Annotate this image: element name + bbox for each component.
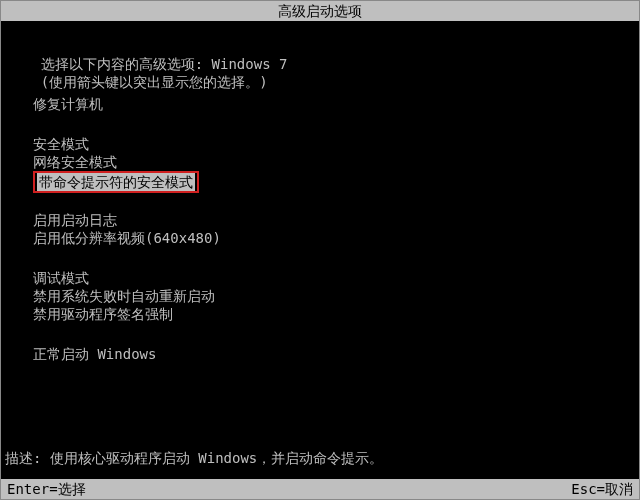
menu-item[interactable]: 启用启动日志 <box>5 211 635 229</box>
footer-enter: Enter=选择 <box>7 479 86 499</box>
menu-item[interactable]: 修复计算机 <box>5 95 635 113</box>
prompt-line: 选择以下内容的高级选项: Windows 7 <box>5 37 635 55</box>
menu-item[interactable]: 网络安全模式 <box>5 153 635 171</box>
title-bar: 高级启动选项 <box>1 1 639 21</box>
menu-item-label: 调试模式 <box>33 270 89 286</box>
menu-item[interactable]: 启用低分辨率视频(640x480) <box>5 229 635 247</box>
hint-text: (使用箭头键以突出显示您的选择。) <box>41 74 268 90</box>
footer-esc: Esc=取消 <box>571 479 633 499</box>
menu-item-label: 安全模式 <box>33 136 89 152</box>
menu-item[interactable]: 调试模式 <box>5 269 635 287</box>
menu-item[interactable]: 安全模式 <box>5 135 635 153</box>
highlight-box: 带命令提示符的安全模式 <box>33 171 199 193</box>
content-area: 选择以下内容的高级选项: Windows 7 (使用箭头键以突出显示您的选择。)… <box>1 21 639 363</box>
menu-item-label: 启用低分辨率视频(640x480) <box>33 230 221 246</box>
menu-item-label: 正常启动 Windows <box>33 346 156 362</box>
menu-item-label: 修复计算机 <box>33 96 103 112</box>
menu-item[interactable]: 禁用驱动程序签名强制 <box>5 305 635 323</box>
menu-item-label: 禁用系统失败时自动重新启动 <box>33 288 215 304</box>
description-line: 描述: 使用核心驱动程序启动 Windows，并启动命令提示。 <box>5 449 383 467</box>
menu-item[interactable]: 带命令提示符的安全模式 <box>5 171 635 189</box>
os-name: Windows 7 <box>212 56 288 72</box>
menu-item[interactable]: 正常启动 Windows <box>5 345 635 363</box>
footer-bar: Enter=选择 Esc=取消 <box>1 479 639 499</box>
menu-item-label: 网络安全模式 <box>33 154 117 170</box>
description-label: 描述: <box>5 450 50 466</box>
menu-item-label: 启用启动日志 <box>33 212 117 228</box>
description-text: 使用核心驱动程序启动 Windows，并启动命令提示。 <box>50 450 383 466</box>
title-text: 高级启动选项 <box>278 3 362 19</box>
menu-item-label: 带命令提示符的安全模式 <box>37 173 195 191</box>
prompt-prefix: 选择以下内容的高级选项: <box>41 56 212 72</box>
boot-options-menu: 修复计算机安全模式网络安全模式带命令提示符的安全模式启用启动日志启用低分辨率视频… <box>5 73 635 363</box>
menu-item[interactable]: 禁用系统失败时自动重新启动 <box>5 287 635 305</box>
menu-item-label: 禁用驱动程序签名强制 <box>33 306 173 322</box>
